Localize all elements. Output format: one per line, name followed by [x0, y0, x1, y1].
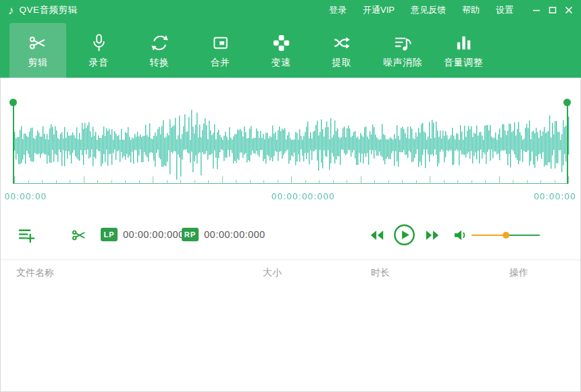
fast-forward-icon: [425, 228, 440, 242]
tab-label: 噪声消除: [383, 57, 422, 69]
close-icon[interactable]: [561, 0, 577, 20]
menu-feedback[interactable]: 意见反馈: [411, 4, 446, 16]
timeline-start-time: 00:00:00: [5, 191, 47, 201]
marker-stem: [13, 103, 14, 184]
column-size: 大小: [263, 267, 282, 279]
file-table-header: 文件名称 大小 时长 操作: [1, 260, 580, 284]
cut-button[interactable]: [71, 227, 87, 246]
volume-slider[interactable]: [472, 231, 540, 239]
tab-volume-adjust[interactable]: 音量调整: [435, 23, 492, 78]
tab-record[interactable]: 录音: [70, 23, 127, 78]
tab-speed[interactable]: 变速: [253, 23, 309, 78]
maximize-icon[interactable]: [545, 0, 561, 20]
minimize-icon[interactable]: [528, 0, 545, 20]
play-button[interactable]: [393, 224, 415, 249]
left-trim-marker[interactable]: [9, 99, 18, 184]
app-title: QVE音频剪辑: [20, 4, 78, 16]
music-note-icon: ♪: [8, 5, 14, 16]
column-filename: 文件名称: [16, 267, 54, 279]
file-list: [1, 284, 580, 391]
tab-merge[interactable]: 合并: [192, 23, 249, 78]
tab-label: 剪辑: [28, 57, 48, 69]
titlebar: ♪ QVE音频剪辑 登录 开通VIP 意见反馈 帮助 设置: [0, 0, 581, 20]
shuffle-extract-icon: [332, 32, 353, 53]
tab-label: 录音: [89, 57, 109, 69]
scissors-icon: [28, 32, 49, 53]
playlist-note-icon: [393, 32, 413, 53]
app-window: ♪ QVE音频剪辑 登录 开通VIP 意见反馈 帮助 设置: [0, 0, 581, 392]
speaker-icon: [453, 228, 468, 243]
marker-stem: [567, 103, 568, 184]
timeline-end-time: 00:00:00: [534, 191, 576, 201]
waveform-panel: 00:00:00 00:00:00:000 00:00:00: [1, 79, 580, 211]
rewind-button[interactable]: [370, 228, 384, 245]
tab-label: 转换: [150, 57, 170, 69]
convert-arrows-icon: [149, 32, 170, 53]
tab-label: 合并: [211, 57, 230, 69]
toolbar: 剪辑 录音 转换: [0, 20, 581, 78]
right-trim-marker[interactable]: [563, 99, 572, 184]
titlebar-menu: 登录 开通VIP 意见反馈 帮助 设置: [329, 4, 513, 16]
right-point-badge: RP: [182, 228, 199, 241]
left-point-time: 00:00:00:000: [123, 229, 184, 240]
column-operation: 操作: [509, 267, 528, 279]
timeline-middle-time: 00:00:00:000: [272, 191, 335, 201]
speed-dpad-icon: [271, 32, 292, 53]
volume-bars-icon: [453, 32, 474, 53]
microphone-icon: [89, 32, 109, 53]
play-icon: [393, 224, 415, 246]
speaker-button[interactable]: [453, 228, 468, 245]
right-point-time: 00:00:00:000: [204, 229, 266, 240]
volume-track-filled: [472, 235, 506, 236]
menu-vip[interactable]: 开通VIP: [363, 4, 395, 16]
tab-extract[interactable]: 提取: [313, 23, 370, 78]
tab-label: 音量调整: [444, 57, 483, 69]
control-bar: LP 00:00:00:000 RP 00:00:00:000: [1, 211, 580, 259]
column-duration: 时长: [371, 267, 390, 279]
menu-help[interactable]: 帮助: [462, 4, 480, 16]
merge-icon: [210, 32, 231, 53]
add-file-button[interactable]: [18, 226, 36, 247]
rewind-icon: [370, 228, 384, 242]
scissors-icon: [71, 227, 87, 243]
tab-label: 提取: [332, 57, 352, 69]
fast-forward-button[interactable]: [425, 228, 440, 245]
tab-noise-removal[interactable]: 噪声消除: [374, 23, 431, 78]
menu-settings[interactable]: 设置: [496, 4, 513, 16]
tab-label: 变速: [272, 57, 291, 69]
window-controls: [528, 0, 577, 20]
playlist-add-icon: [18, 226, 36, 244]
tab-convert[interactable]: 转换: [131, 23, 188, 78]
menu-login[interactable]: 登录: [329, 4, 347, 16]
left-point-badge: LP: [101, 228, 118, 241]
tab-edit[interactable]: 剪辑: [9, 23, 66, 78]
volume-thumb[interactable]: [503, 232, 509, 239]
